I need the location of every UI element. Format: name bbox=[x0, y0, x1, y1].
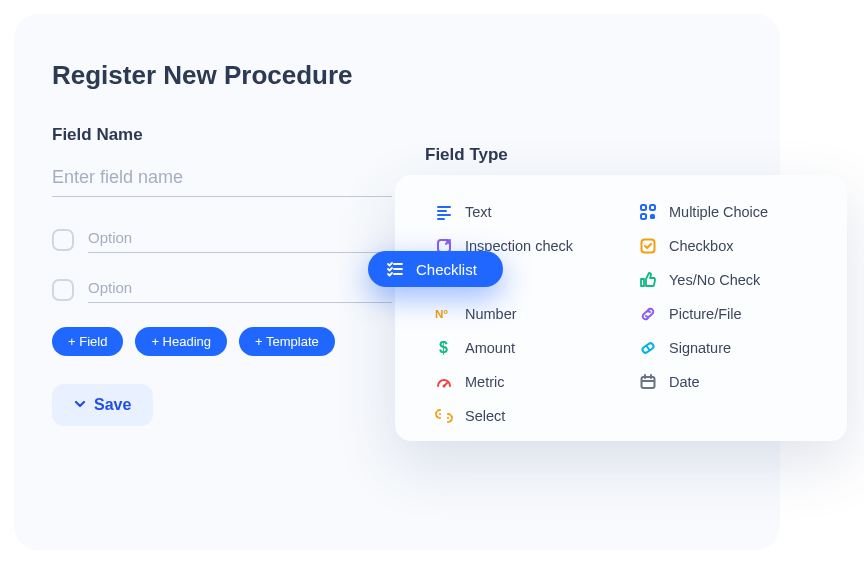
link-icon bbox=[639, 305, 657, 323]
add-heading-button[interactable]: + Heading bbox=[135, 327, 227, 356]
option-row-2 bbox=[52, 277, 392, 303]
type-yesno[interactable]: Yes/No Check bbox=[635, 263, 823, 297]
type-amount[interactable]: $ Amount bbox=[431, 331, 619, 365]
checklist-label: Checklist bbox=[416, 261, 477, 278]
option-input-2[interactable] bbox=[88, 277, 392, 303]
field-type-label: Field Type bbox=[425, 145, 508, 165]
add-template-button[interactable]: + Template bbox=[239, 327, 335, 356]
dropdown-col-right: Multiple Choice Checkbox Yes/No Check Pi… bbox=[635, 195, 823, 433]
svg-rect-7 bbox=[650, 205, 655, 210]
number-icon: Nº bbox=[435, 305, 453, 323]
svg-point-5 bbox=[447, 417, 449, 419]
left-column: Field Name + Field + Heading + Template … bbox=[52, 125, 392, 426]
dropdown-grid: Text Inspection check Checklist Nº Numbe… bbox=[431, 195, 823, 433]
svg-text:$: $ bbox=[439, 339, 448, 356]
pill-icon bbox=[639, 339, 657, 357]
type-picture[interactable]: Picture/File bbox=[635, 297, 823, 331]
type-signature[interactable]: Signature bbox=[635, 331, 823, 365]
field-type-dropdown: Text Inspection check Checklist Nº Numbe… bbox=[395, 175, 847, 441]
add-field-button[interactable]: + Field bbox=[52, 327, 123, 356]
svg-rect-8 bbox=[641, 214, 646, 219]
type-select[interactable]: Select bbox=[431, 399, 619, 433]
save-button[interactable]: Save bbox=[52, 384, 153, 426]
type-multiple[interactable]: Multiple Choice bbox=[635, 195, 823, 229]
dropdown-col-left: Text Inspection check Checklist Nº Numbe… bbox=[431, 195, 619, 433]
gauge-icon bbox=[435, 373, 453, 391]
checklist-icon bbox=[386, 260, 404, 278]
thumbs-up-icon bbox=[639, 271, 657, 289]
field-name-label: Field Name bbox=[52, 125, 392, 145]
calendar-icon bbox=[639, 373, 657, 391]
type-checkbox[interactable]: Checkbox bbox=[635, 229, 823, 263]
svg-point-4 bbox=[439, 413, 441, 415]
type-number[interactable]: Nº Number bbox=[431, 297, 619, 331]
checkbox-icon bbox=[639, 237, 657, 255]
select-icon bbox=[435, 407, 453, 425]
type-checklist-selected[interactable]: Checklist bbox=[368, 251, 503, 287]
svg-rect-9 bbox=[650, 214, 655, 219]
option-checkbox-2[interactable] bbox=[52, 279, 74, 301]
field-name-input[interactable] bbox=[52, 163, 392, 197]
page-title: Register New Procedure bbox=[52, 60, 742, 91]
add-controls-row: + Field + Heading + Template bbox=[52, 327, 392, 356]
option-row-1 bbox=[52, 227, 392, 253]
grid-icon bbox=[639, 203, 657, 221]
svg-line-12 bbox=[646, 346, 649, 351]
save-label: Save bbox=[94, 396, 131, 414]
type-text[interactable]: Text bbox=[431, 195, 619, 229]
svg-rect-13 bbox=[642, 377, 655, 388]
type-date[interactable]: Date bbox=[635, 365, 823, 399]
option-checkbox-1[interactable] bbox=[52, 229, 74, 251]
option-input-1[interactable] bbox=[88, 227, 392, 253]
text-lines-icon bbox=[435, 203, 453, 221]
dollar-icon: $ bbox=[435, 339, 453, 357]
svg-rect-6 bbox=[641, 205, 646, 210]
type-metric[interactable]: Metric bbox=[431, 365, 619, 399]
chevron-down-icon bbox=[74, 396, 86, 414]
svg-text:Nº: Nº bbox=[435, 307, 448, 320]
